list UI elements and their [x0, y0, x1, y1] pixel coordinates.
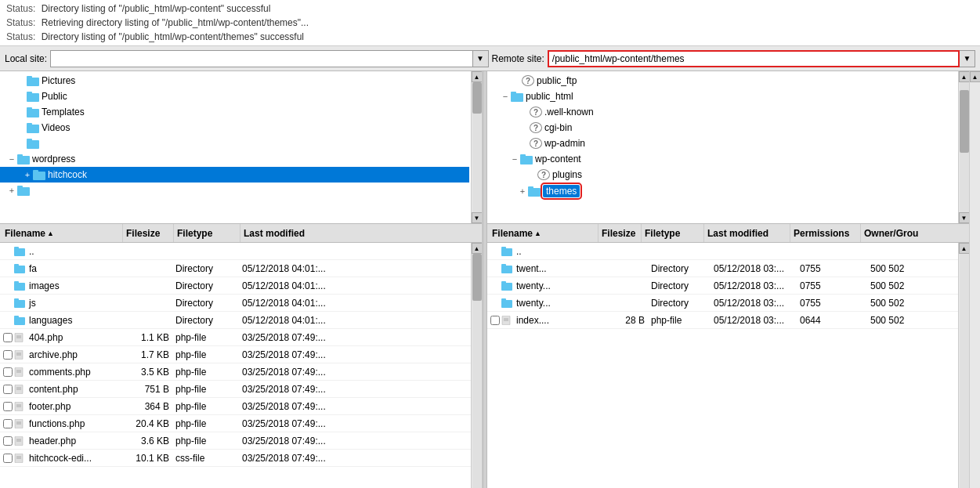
checkbox-comments[interactable]: [3, 367, 13, 377]
file-row-functions[interactable]: functions.php 20.4 KB php-file 03/25/201…: [0, 415, 471, 432]
remote-col-filename-header[interactable]: Filename ▲: [489, 224, 598, 242]
remote-col-perms-header[interactable]: Permissions: [790, 224, 861, 242]
remote-col-owner-header[interactable]: Owner/Grou: [861, 224, 967, 242]
file-mod-content: 03/25/2018 07:49:...: [239, 384, 469, 395]
scroll-up-arrow[interactable]: ▲: [472, 71, 483, 82]
file-row-footer[interactable]: footer.php 364 B php-file 03/25/2018 07:…: [0, 398, 471, 415]
remote-file-type-twenty2: Directory: [648, 280, 711, 291]
tree-item-pictures[interactable]: Pictures: [0, 73, 469, 89]
remote-site-dropdown[interactable]: ▼: [960, 50, 975, 67]
col-filesize-header[interactable]: Filesize: [123, 224, 174, 242]
remote-file-type-index: php-file: [648, 315, 711, 326]
col-filetype-header[interactable]: Filetype: [174, 224, 240, 242]
tree-label-cgi-bin: cgi-bin: [544, 122, 572, 133]
file-size-hitchcock-edi: 10.1 KB: [121, 453, 172, 464]
file-name-js: js: [27, 298, 121, 309]
tree-item-themes[interactable]: + themes: [487, 183, 956, 200]
remote-scroll-up[interactable]: ▲: [959, 71, 970, 82]
local-file-scrollbar[interactable]: ▲ ▼: [471, 243, 482, 488]
checkbox-404[interactable]: [3, 333, 13, 342]
tree-item-videos[interactable]: Videos: [0, 120, 469, 136]
tree-item-hitchcock[interactable]: + hitchcock: [0, 167, 469, 183]
local-tree: Pictures Public Templates Videos: [0, 71, 482, 224]
local-tree-scroll[interactable]: Pictures Public Templates Videos: [0, 71, 482, 223]
tree-item-cgi-bin[interactable]: ? cgi-bin: [487, 120, 956, 136]
status-value-1: Directory listing of "/public_html/wp-co…: [42, 3, 271, 14]
folder-icon-wp-content: [520, 154, 533, 164]
tree-item-wp-admin[interactable]: ? wp-admin: [487, 136, 956, 151]
file-row-comments[interactable]: comments.php 3.5 KB php-file 03/25/2018 …: [0, 363, 471, 381]
file-row-parent[interactable]: ..: [0, 243, 471, 260]
remote-file-row-twenty2[interactable]: twenty... Directory 05/12/2018 03:... 07…: [487, 277, 958, 295]
remote-site-input[interactable]: [548, 50, 960, 67]
status-bar: Status: Directory listing of "/public_ht…: [0, 0, 980, 46]
file-row-archive[interactable]: archive.php 1.7 KB php-file 03/25/2018 0…: [0, 346, 471, 363]
tree-item-public-ftp[interactable]: ? public_ftp: [487, 73, 956, 89]
checkbox-hitchcock-edi[interactable]: [3, 454, 13, 463]
file-size-comments: 3.5 KB: [121, 367, 172, 378]
tree-label-templates: Templates: [42, 107, 85, 117]
local-site-bar: Local site: ▼: [5, 50, 489, 67]
remote-file-row-twent[interactable]: twent... Directory 05/12/2018 03:... 075…: [487, 260, 958, 277]
remote-file-scroll-up[interactable]: ▲: [959, 243, 970, 254]
remote-col-modified-header[interactable]: Last modified: [704, 224, 790, 242]
local-site-label: Local site:: [5, 53, 47, 64]
col-filename-header[interactable]: Filename ▲: [2, 224, 123, 242]
scroll-down-arrow[interactable]: ▼: [472, 212, 483, 223]
tree-item-well-known[interactable]: ? .well-known: [487, 104, 956, 120]
svg-rect-53: [520, 154, 526, 157]
remote-file-scrollbar[interactable]: ▲ ▼: [958, 243, 969, 488]
file-icon-hitchcock-edi: [14, 454, 25, 463]
remote-tree-scrollbar[interactable]: ▲ ▼: [958, 71, 969, 223]
remote-file-scroll[interactable]: .. twent... Directory 05/12/2018 03:... …: [487, 243, 969, 488]
remote-file-row-parent[interactable]: ..: [487, 243, 958, 260]
tree-item-templates[interactable]: Templates: [0, 104, 469, 120]
local-site-dropdown[interactable]: ▼: [473, 50, 489, 67]
remote-col-filesize-header[interactable]: Filesize: [598, 224, 642, 242]
remote-file-row-twenty3[interactable]: twenty... Directory 05/12/2018 03:... 07…: [487, 295, 958, 312]
checkbox-content[interactable]: [3, 385, 13, 394]
file-row-fa[interactable]: fa Directory 05/12/2018 04:01:...: [0, 260, 471, 277]
remote-col-filetype-header[interactable]: Filetype: [642, 224, 704, 242]
local-file-scroll-up[interactable]: ▲: [472, 243, 483, 254]
tree-item-empty2[interactable]: +: [0, 183, 469, 198]
svg-rect-16: [14, 248, 25, 256]
checkbox-header-php[interactable]: [3, 436, 13, 446]
remote-tree-scroll[interactable]: ? public_ftp − public_html ? .well-known: [487, 71, 969, 223]
status-label-1: Status:: [6, 3, 35, 14]
tree-item-public[interactable]: Public: [0, 89, 469, 104]
file-row-images[interactable]: images Directory 05/12/2018 04:01:...: [0, 277, 471, 295]
file-type-404: php-file: [172, 332, 239, 343]
tree-item-wp-content[interactable]: − wp-content: [487, 151, 956, 167]
local-site-input[interactable]: [50, 50, 472, 67]
local-file-scroll[interactable]: .. fa Directory 05/12/2018 04:01:...: [0, 243, 482, 488]
file-mod-images: 05/12/2018 04:01:...: [239, 280, 469, 291]
remote-file-row-index[interactable]: index.... 28 B php-file 05/12/2018 03:..…: [487, 312, 958, 329]
tree-item-plugins[interactable]: ? plugins: [487, 167, 956, 183]
svg-rect-57: [501, 247, 506, 249]
file-row-hitchcock-edi[interactable]: hitchcock-edi... 10.1 KB css-file 03/25/…: [0, 450, 471, 467]
remote-site-label: Remote site:: [492, 53, 544, 64]
tree-item-empty1[interactable]: [0, 136, 469, 151]
checkbox-index[interactable]: [490, 316, 500, 325]
file-name-archive: archive.php: [27, 349, 121, 360]
file-row-js[interactable]: js Directory 05/12/2018 04:01:...: [0, 295, 471, 312]
file-row-languages[interactable]: languages Directory 05/12/2018 04:01:...: [0, 312, 471, 329]
checkbox-footer[interactable]: [3, 402, 13, 411]
remote-scroll-down[interactable]: ▼: [959, 212, 970, 223]
tree-item-wordpress[interactable]: − wordpress: [0, 151, 469, 167]
folder-icon: [27, 138, 39, 149]
svg-rect-58: [501, 266, 512, 273]
file-name-languages: languages: [27, 315, 121, 326]
col-modified-header[interactable]: Last modified: [240, 224, 480, 242]
file-row-header[interactable]: header.php 3.6 KB php-file 03/25/2018 07…: [0, 432, 471, 450]
svg-rect-5: [27, 107, 32, 110]
folder-icon: [27, 91, 39, 102]
svg-rect-10: [17, 156, 30, 164]
local-tree-scrollbar[interactable]: ▲ ▼: [471, 71, 482, 223]
file-row-404[interactable]: 404.php 1.1 KB php-file 03/25/2018 07:49…: [0, 329, 471, 346]
checkbox-functions[interactable]: [3, 419, 13, 428]
checkbox-archive[interactable]: [3, 350, 13, 360]
file-row-content[interactable]: content.php 751 B php-file 03/25/2018 07…: [0, 381, 471, 398]
tree-item-public-html[interactable]: − public_html: [487, 89, 956, 104]
